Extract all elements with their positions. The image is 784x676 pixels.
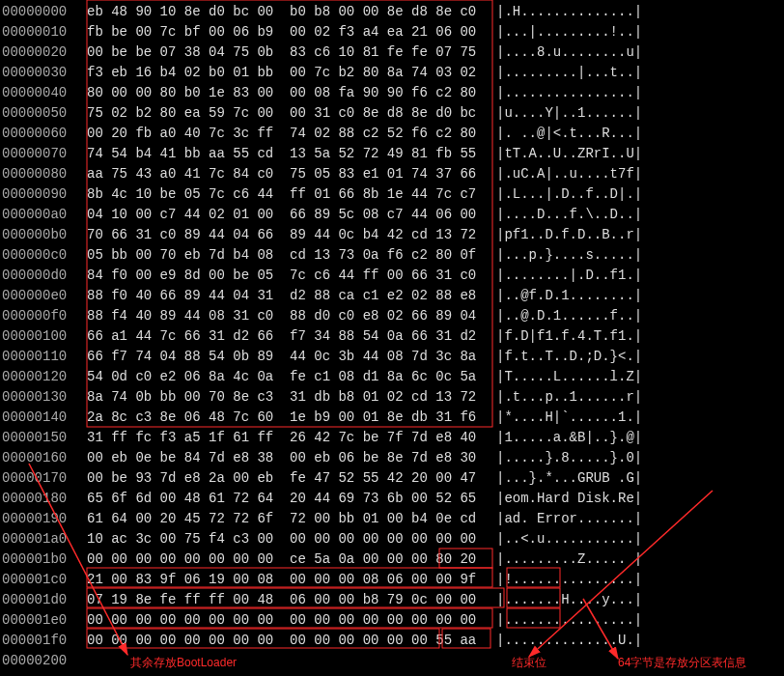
ascii: |. ..@|<.t...R...| <box>496 124 642 144</box>
hex-row: 000000b070 66 31 c0 89 44 04 66 89 44 0c… <box>2 225 784 245</box>
ascii: |................| <box>496 610 642 631</box>
hex-row: 00000200 <box>2 651 784 671</box>
hex-bytes: 00 be be 07 38 04 75 0b 83 c6 10 81 fe f… <box>87 42 492 63</box>
address: 00000110 <box>2 347 87 367</box>
ascii: |..<.u...........| <box>496 529 642 549</box>
hex-bytes: 88 f0 40 66 89 44 04 31 d2 88 ca c1 e2 0… <box>87 286 492 306</box>
hex-row: 000001b000 00 00 00 00 00 00 00 ce 5a 0a… <box>2 549 784 570</box>
address: 00000050 <box>2 103 87 124</box>
hex-row: 000001a010 ac 3c 00 75 f4 c3 00 00 00 00… <box>2 529 784 549</box>
hex-bytes: 00 00 00 00 00 00 00 00 00 00 00 00 00 0… <box>87 610 492 631</box>
hex-row: 00000010fb be 00 7c bf 00 06 b9 00 02 f3… <box>2 22 784 42</box>
address: 00000020 <box>2 42 87 63</box>
address: 000001d0 <box>2 590 87 610</box>
hex-bytes: eb 48 90 10 8e d0 bc 00 b0 b8 00 00 8e d… <box>87 2 492 22</box>
ascii: |T.....L......l.Z| <box>496 367 642 387</box>
hex-bytes: 70 66 31 c0 89 44 04 66 89 44 0c b4 42 c… <box>87 225 492 245</box>
address: 00000100 <box>2 326 87 347</box>
address: 00000090 <box>2 184 87 205</box>
ascii: |.....}.8.....}.0| <box>496 448 642 468</box>
address: 000000d0 <box>2 266 87 286</box>
hex-row: 000001c021 00 83 9f 06 19 00 08 00 00 00… <box>2 570 784 590</box>
ascii: |eom.Hard Disk.Re| <box>496 489 642 509</box>
ascii: |.L...|.D..f..D|.| <box>496 184 642 205</box>
ascii: |.........Z..... | <box>496 549 642 570</box>
hex-row: 0000018065 6f 6d 00 48 61 72 64 20 44 69… <box>2 489 784 509</box>
hex-bytes: 31 ff fc f3 a5 1f 61 ff 26 42 7c be 7f 7… <box>87 428 492 448</box>
address: 000000b0 <box>2 225 87 245</box>
hex-row: 000001f000 00 00 00 00 00 00 00 00 00 00… <box>2 631 784 651</box>
hex-row: 0000002000 be be 07 38 04 75 0b 83 c6 10… <box>2 42 784 63</box>
hex-bytes: 00 00 00 00 00 00 00 00 ce 5a 0a 00 00 0… <box>87 549 492 570</box>
hex-bytes: 10 ac 3c 00 75 f4 c3 00 00 00 00 00 00 0… <box>87 529 492 549</box>
hex-row: 0000011066 f7 74 04 88 54 0b 89 44 0c 3b… <box>2 347 784 367</box>
ascii: |..@.D.1......f..| <box>496 306 642 326</box>
hex-bytes: 00 be 93 7d e8 2a 00 eb fe 47 52 55 42 2… <box>87 468 492 489</box>
hex-row: 00000030f3 eb 16 b4 02 b0 01 bb 00 7c b2… <box>2 63 784 83</box>
hex-row: 0000004080 00 00 80 b0 1e 83 00 00 08 fa… <box>2 83 784 103</box>
hex-bytes: 00 00 00 00 00 00 00 00 00 00 00 00 00 0… <box>87 631 492 651</box>
hex-bytes: 04 10 00 c7 44 02 01 00 66 89 5c 08 c7 4… <box>87 205 492 225</box>
address: 00000010 <box>2 22 87 42</box>
hex-bytes: 88 f4 40 89 44 08 31 c0 88 d0 c0 e8 02 6… <box>87 306 492 326</box>
hex-bytes: 00 eb 0e be 84 7d e8 38 00 eb 06 be 8e 7… <box>87 448 492 468</box>
address: 000001c0 <box>2 570 87 590</box>
ascii: |.......H....y...| <box>496 590 642 610</box>
ascii: |.uC.A|..u....t7f| <box>496 164 642 184</box>
ascii: |..............U.| <box>496 631 642 651</box>
hex-row: 000001e000 00 00 00 00 00 00 00 00 00 00… <box>2 610 784 631</box>
ascii: |*....H|`......1.| <box>496 408 642 428</box>
hex-bytes: 8b 4c 10 be 05 7c c6 44 ff 01 66 8b 1e 4… <box>87 184 492 205</box>
hex-row: 0000010066 a1 44 7c 66 31 d2 66 f7 34 88… <box>2 326 784 347</box>
hex-bytes: 61 64 00 20 45 72 72 6f 72 00 bb 01 00 b… <box>87 509 492 529</box>
ascii: |.H..............| <box>496 2 642 22</box>
hex-row: 0000015031 ff fc f3 a5 1f 61 ff 26 42 7c… <box>2 428 784 448</box>
address: 00000200 <box>2 651 87 671</box>
address: 000000a0 <box>2 205 87 225</box>
hex-bytes: 21 00 83 9f 06 19 00 08 00 00 00 08 06 0… <box>87 570 492 590</box>
hex-bytes: 00 20 fb a0 40 7c 3c ff 74 02 88 c2 52 f… <box>87 124 492 144</box>
ascii: |tT.A..U..ZRrI..U| <box>496 144 642 164</box>
hex-bytes: 54 0d c0 e2 06 8a 4c 0a fe c1 08 d1 8a 6… <box>87 367 492 387</box>
hex-bytes: f3 eb 16 b4 02 b0 01 bb 00 7c b2 80 8a 7… <box>87 63 492 83</box>
hex-bytes: 74 54 b4 41 bb aa 55 cd 13 5a 52 72 49 8… <box>87 144 492 164</box>
hex-bytes: 2a 8c c3 8e 06 48 7c 60 1e b9 00 01 8e d… <box>87 408 492 428</box>
hex-row: 0000019061 64 00 20 45 72 72 6f 72 00 bb… <box>2 509 784 529</box>
hex-row: 000000f088 f4 40 89 44 08 31 c0 88 d0 c0… <box>2 306 784 326</box>
hex-bytes: 07 19 8e fe ff ff 00 48 06 00 00 b8 79 0… <box>87 590 492 610</box>
address: 00000060 <box>2 124 87 144</box>
ascii: |.t...p..1......r| <box>496 387 642 408</box>
ascii: |..@f.D.1........| <box>496 286 642 306</box>
hex-row: 000000d084 f0 00 e9 8d 00 be 05 7c c6 44… <box>2 266 784 286</box>
ascii: |f.t..T..D.;D.}<.| <box>496 347 642 367</box>
address: 00000130 <box>2 387 87 408</box>
hex-row: 00000000eb 48 90 10 8e d0 bc 00 b0 b8 00… <box>2 2 784 22</box>
address: 00000000 <box>2 2 87 22</box>
address: 00000080 <box>2 164 87 184</box>
hex-row: 000000908b 4c 10 be 05 7c c6 44 ff 01 66… <box>2 184 784 205</box>
ascii: |...p.}....s.....| <box>496 245 642 266</box>
hex-row: 0000016000 eb 0e be 84 7d e8 38 00 eb 06… <box>2 448 784 468</box>
address: 00000150 <box>2 428 87 448</box>
address: 00000140 <box>2 408 87 428</box>
address: 000001a0 <box>2 529 87 549</box>
hex-bytes: 66 a1 44 7c 66 31 d2 66 f7 34 88 54 0a 6… <box>87 326 492 347</box>
ascii: |!...............| <box>496 570 642 590</box>
address: 00000160 <box>2 448 87 468</box>
ascii: |1.....a.&B|..}.@| <box>496 428 642 448</box>
hex-row: 0000006000 20 fb a0 40 7c 3c ff 74 02 88… <box>2 124 784 144</box>
ascii: |....8.u........u| <box>496 42 642 63</box>
hex-row: 00000080aa 75 43 a0 41 7c 84 c0 75 05 83… <box>2 164 784 184</box>
address: 000000c0 <box>2 245 87 266</box>
address: 00000120 <box>2 367 87 387</box>
address: 000001f0 <box>2 631 87 651</box>
ascii: |...|.........!..| <box>496 22 642 42</box>
address: 000000e0 <box>2 286 87 306</box>
address: 00000030 <box>2 63 87 83</box>
hex-row: 0000005075 02 b2 80 ea 59 7c 00 00 31 c0… <box>2 103 784 124</box>
hex-row: 000001308a 74 0b bb 00 70 8e c3 31 db b8… <box>2 387 784 408</box>
address: 00000040 <box>2 83 87 103</box>
ascii: |f.D|f1.f.4.T.f1.| <box>496 326 642 347</box>
address: 00000170 <box>2 468 87 489</box>
hex-bytes: fb be 00 7c bf 00 06 b9 00 02 f3 a4 ea 2… <box>87 22 492 42</box>
